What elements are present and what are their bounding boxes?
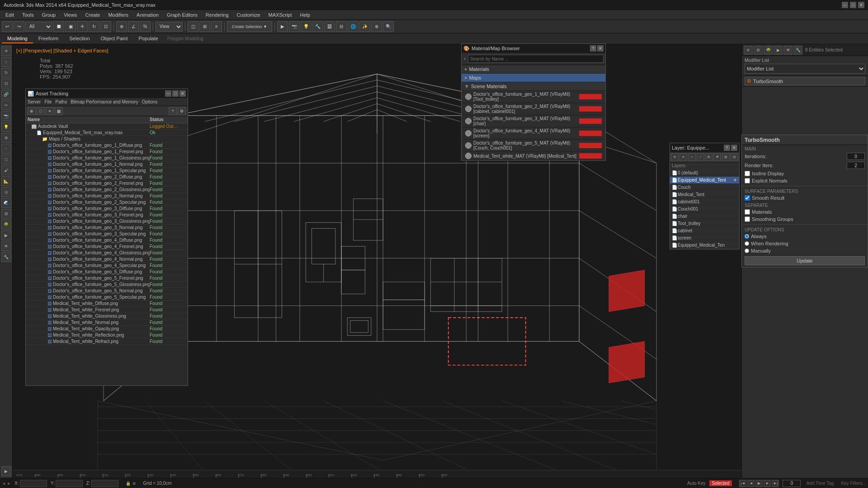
left-btn-scale[interactable]: ⊡ bbox=[1, 79, 11, 89]
lp-btn-collapse[interactable]: ⊟ bbox=[731, 153, 738, 161]
tab-populate[interactable]: Populate bbox=[133, 34, 163, 43]
toolbar-render-frame[interactable]: ⊟ bbox=[336, 21, 347, 32]
left-btn-modify[interactable]: ⊞ bbox=[1, 209, 11, 219]
toolbar-env[interactable]: 🌐 bbox=[348, 21, 359, 32]
ts-isoline-checkbox[interactable] bbox=[745, 171, 750, 176]
layer-item[interactable]: 📄 Equipped_Medical_Ten bbox=[670, 242, 739, 249]
mat-item[interactable]: Doctor's_office_furniture_geo_5_MAT (VRa… bbox=[462, 140, 605, 152]
ts-render-iters-input[interactable] bbox=[847, 162, 865, 169]
at-menu-server[interactable]: Server bbox=[28, 99, 41, 104]
at-row[interactable]: 🏢Autodesk VaultLogged Out... bbox=[26, 123, 188, 130]
toolbar-mirror[interactable]: ◫ bbox=[188, 21, 198, 32]
ts-manually-radio[interactable] bbox=[745, 249, 749, 253]
at-row[interactable]: 🖼Doctor's_office_furniture_geo_1_Diffuse… bbox=[26, 142, 188, 149]
minimize-button[interactable]: ─ bbox=[842, 2, 848, 8]
toolbar-select-filter[interactable]: All bbox=[25, 22, 52, 32]
left-btn-paint[interactable]: 🖌 bbox=[1, 165, 11, 175]
layer-item[interactable]: 📄 cabinet001 bbox=[670, 198, 739, 206]
mat-item[interactable]: Doctor's_office_furniture_geo_4_MAT (VRa… bbox=[462, 127, 605, 140]
at-row[interactable]: 🖼Doctor's_office_furniture_geo_5_Glossin… bbox=[26, 282, 188, 288]
at-row[interactable]: 🖼Doctor's_office_furniture_geo_1_Specula… bbox=[26, 168, 188, 174]
timeline-end-btn[interactable]: ►| bbox=[772, 480, 779, 487]
toolbar-explore[interactable]: 🔍 bbox=[383, 21, 394, 32]
timeline-prev-btn[interactable]: ◄ bbox=[747, 480, 755, 487]
left-btn-space[interactable]: ◦ bbox=[1, 144, 11, 154]
create-selection-btn[interactable]: Create Selection ▼ bbox=[227, 21, 272, 32]
toolbar-align[interactable]: ⊞ bbox=[199, 21, 210, 32]
at-restore-btn[interactable]: □ bbox=[172, 90, 179, 97]
at-row[interactable]: 🖼Doctor's_office_furniture_geo_5_Specula… bbox=[26, 294, 188, 300]
lp-close-btn[interactable]: ✕ bbox=[731, 145, 737, 151]
menu-create[interactable]: Create bbox=[81, 11, 104, 19]
menu-views[interactable]: Views bbox=[60, 11, 80, 19]
at-row[interactable]: 🖼Doctor's_office_furniture_geo_3_Diffuse… bbox=[26, 206, 188, 212]
at-row[interactable]: 🖼Doctor's_office_furniture_geo_3_Fresnel… bbox=[26, 212, 188, 218]
mat-section-materials[interactable]: + Materials bbox=[462, 65, 605, 74]
ts-when-rendering-radio[interactable] bbox=[745, 241, 749, 246]
at-btn-2[interactable]: □ bbox=[37, 107, 45, 115]
at-row[interactable]: 📁Maps / Shaders bbox=[26, 136, 188, 142]
at-row[interactable]: 🖼Doctor's_office_furniture_geo_4_Glossin… bbox=[26, 250, 188, 256]
mat-search-input[interactable] bbox=[468, 55, 604, 63]
layer-item[interactable]: 📄 Couch001 bbox=[670, 206, 739, 213]
close-button[interactable]: ✕ bbox=[858, 2, 864, 8]
ts-explicit-checkbox[interactable] bbox=[745, 178, 750, 183]
at-row[interactable]: 🖼Doctor's_office_furniture_geo_5_Diffuse… bbox=[26, 269, 188, 275]
lp-btn-add[interactable]: + bbox=[688, 153, 696, 161]
frame-input[interactable] bbox=[783, 480, 801, 487]
lp-btn-select[interactable]: ✛ bbox=[671, 153, 679, 161]
toolbar-xref[interactable]: ⊕ bbox=[371, 21, 382, 32]
lp-help-btn[interactable]: ? bbox=[724, 145, 730, 151]
timeline-play-btn[interactable]: ▶ bbox=[755, 480, 763, 487]
menu-tools[interactable]: Tools bbox=[19, 11, 38, 19]
left-btn-particle[interactable]: ◎ bbox=[1, 187, 11, 197]
toolbar-render[interactable]: 🖼 bbox=[324, 21, 335, 32]
menu-rendering[interactable]: Rendering bbox=[202, 11, 232, 19]
ts-smoothing-groups-checkbox[interactable] bbox=[745, 216, 750, 222]
at-help-btn[interactable]: ? bbox=[169, 107, 177, 115]
at-row[interactable]: 🖼Doctor's_office_furniture_geo_2_Normal.… bbox=[26, 193, 188, 199]
at-row[interactable]: 🖼Doctor's_office_furniture_geo_2_Glossin… bbox=[26, 187, 188, 193]
ts-smooth-result-checkbox[interactable] bbox=[745, 195, 750, 201]
at-row[interactable]: 🖼Medical_Tent_white_Opacity.pngFound bbox=[26, 326, 188, 332]
timeline-next-btn[interactable]: ► bbox=[764, 480, 771, 487]
at-row[interactable]: 🖼Doctor's_office_furniture_geo_5_Fresnel… bbox=[26, 275, 188, 282]
toolbar-angle-snap[interactable]: ∠ bbox=[128, 21, 139, 32]
at-row[interactable]: 🖼Doctor's_office_furniture_geo_1_Normal.… bbox=[26, 161, 188, 168]
at-menu-options[interactable]: Options bbox=[142, 99, 157, 104]
layer-item[interactable]: 📄 screen bbox=[670, 235, 739, 242]
toolbar-rotate[interactable]: ↻ bbox=[89, 21, 99, 32]
x-input[interactable] bbox=[20, 480, 47, 487]
at-row[interactable]: 🖼Medical_Tent_white_Glossiness.pngFound bbox=[26, 313, 188, 319]
left-btn-camera[interactable]: 📷 bbox=[1, 111, 11, 121]
at-row[interactable]: 📄Equipped_Medical_Tent_max_vray.maxOk bbox=[26, 130, 188, 136]
left-btn-expand[interactable]: ▶ bbox=[1, 466, 11, 476]
rp-modify-btn[interactable]: ⚙ bbox=[754, 46, 763, 55]
at-row[interactable]: 🖼Doctor's_office_furniture_geo_3_Specula… bbox=[26, 231, 188, 237]
menu-animation[interactable]: Animation bbox=[133, 11, 162, 19]
left-btn-unlink[interactable]: ✂ bbox=[1, 100, 11, 110]
at-row[interactable]: 🖼Doctor's_office_furniture_geo_4_Fresnel… bbox=[26, 244, 188, 250]
menu-edit[interactable]: Edit bbox=[2, 11, 18, 19]
toolbar-select-region[interactable]: ▣ bbox=[65, 21, 76, 32]
mb-help-btn[interactable]: ? bbox=[590, 45, 596, 52]
ts-always-radio[interactable] bbox=[745, 234, 749, 239]
left-btn-fluid[interactable]: 🌊 bbox=[1, 198, 11, 208]
ts-materials-checkbox[interactable] bbox=[745, 209, 750, 215]
at-menu-bitmap[interactable]: Bitmap Performance and Memory bbox=[71, 99, 138, 104]
toolbar-render-setup[interactable]: 🔧 bbox=[312, 21, 323, 32]
layer-item[interactable]: 📄 Couch bbox=[670, 184, 739, 191]
left-btn-light[interactable]: 💡 bbox=[1, 122, 11, 132]
toolbar-ref-coord[interactable]: View bbox=[156, 22, 183, 32]
at-row[interactable]: 🖼Medical_Tent_white_Refract.pngFound bbox=[26, 338, 188, 345]
turbsmooth-modifier-item[interactable]: ⚙ TurboSmooth bbox=[745, 77, 865, 85]
at-settings-btn[interactable]: ⚙ bbox=[178, 107, 186, 115]
toolbar-lights[interactable]: 💡 bbox=[301, 21, 311, 32]
menu-help[interactable]: Help bbox=[297, 11, 314, 19]
at-row[interactable]: 🖼Medical_Tent_white_Fresnel.pngFound bbox=[26, 307, 188, 313]
layer-item[interactable]: 📄 cabinet bbox=[670, 227, 739, 235]
lp-btn-move[interactable]: ↕ bbox=[697, 153, 704, 161]
at-row[interactable]: 🖼Doctor's_office_furniture_geo_3_Glossin… bbox=[26, 218, 188, 225]
at-menu-file[interactable]: File bbox=[44, 99, 52, 104]
left-btn-display[interactable]: 👁 bbox=[1, 241, 11, 251]
